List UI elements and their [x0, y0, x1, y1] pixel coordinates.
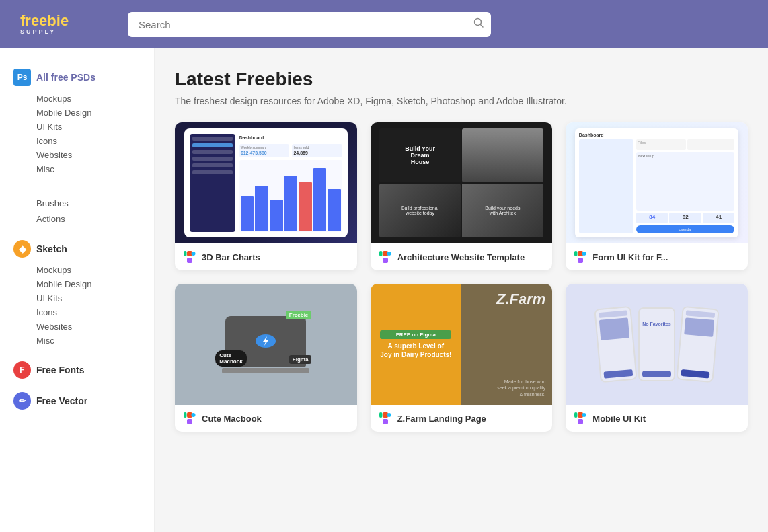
- macbook-base: [222, 368, 309, 373]
- card-architecture[interactable]: Build YourDreamHouse Build professionalw…: [371, 122, 553, 270]
- sidebar-item-websites-sk[interactable]: Websites: [36, 319, 141, 334]
- card-zfarm[interactable]: FREE on Figma A superb Level ofJoy in Da…: [371, 284, 553, 432]
- svg-point-9: [387, 252, 391, 256]
- logo-freebie: freebie: [20, 12, 69, 29]
- figma-icon-formkit: [574, 250, 587, 264]
- sidebar-item-uikits-ps[interactable]: UI Kits: [36, 120, 141, 134]
- svg-rect-12: [574, 251, 578, 256]
- sidebar-section-vector: ✏ Free Vector: [13, 392, 141, 410]
- sidebar-section-sketch: ◆ Sketch Mockups Mobile Design UI Kits I…: [13, 240, 141, 348]
- sidebar-sub-psds: Mockups Mobile Design UI Kits Icons Webs…: [13, 91, 141, 176]
- arch-cell-1: Build YourDreamHouse: [379, 128, 461, 182]
- sidebar-label-fonts: Free Fonts: [36, 365, 85, 375]
- sidebar-divider-ps: [13, 186, 141, 186]
- sidebar-category-psds[interactable]: Ps All free PSDs: [13, 69, 141, 86]
- stat-2: Items sold 24,869: [292, 144, 342, 157]
- sidebar-section-fonts: F Free Fonts: [13, 361, 141, 379]
- svg-point-26: [582, 413, 586, 417]
- sidebar-item-brushes[interactable]: Brushes: [13, 196, 141, 211]
- sidebar-item-misc-sk[interactable]: Misc: [36, 334, 141, 348]
- card-label-macbook: Cute Macbook: [202, 414, 262, 424]
- sidebar-category-sketch[interactable]: ◆ Sketch: [13, 240, 141, 258]
- dash-sidebar: [190, 134, 235, 232]
- page-subtitle: The freshest design resources for Adobe …: [175, 96, 748, 106]
- card-footer-formkit: Form UI Kit for F...: [566, 243, 748, 270]
- card-footer-mobile: Mobile UI Kit: [566, 405, 748, 432]
- sidebar-item-actions[interactable]: Actions: [13, 211, 141, 227]
- figma-badge: Figma: [289, 355, 312, 364]
- svg-line-1: [481, 25, 484, 28]
- sidebar-item-mobile-sk[interactable]: Mobile Design: [36, 277, 141, 291]
- figma-icon-mobile: [574, 412, 587, 425]
- dash-sidebar-item: [192, 163, 233, 167]
- bar-1: [241, 196, 254, 231]
- zfarm-text: FREE on Figma A superb Level ofJoy in Da…: [380, 330, 451, 359]
- fonts-icon: F: [13, 361, 31, 379]
- search-input[interactable]: [128, 12, 491, 37]
- svg-rect-4: [184, 251, 187, 256]
- svg-rect-21: [379, 412, 383, 418]
- dash-sidebar-item: [192, 170, 233, 174]
- svg-point-13: [582, 252, 586, 256]
- freebie-grid: Dashboard Weekly summary $12,473,580 Ite…: [175, 122, 748, 432]
- sidebar-item-misc-ps[interactable]: Misc: [36, 162, 141, 176]
- svg-rect-3: [187, 258, 192, 263]
- sidebar-item-icons-sk[interactable]: Icons: [36, 305, 141, 319]
- dash-sidebar-item: [192, 137, 233, 141]
- svg-point-22: [387, 413, 391, 417]
- header: freebie SUPPLY: [0, 0, 768, 48]
- card-formkit[interactable]: Dashboard Files Next setup 84: [566, 122, 748, 270]
- card-3d-bar-charts[interactable]: Dashboard Weekly summary $12,473,580 Ite…: [175, 122, 357, 270]
- sidebar: Ps All free PSDs Mockups Mobile Design U…: [0, 48, 155, 532]
- sketch-icon: ◆: [13, 240, 31, 258]
- freebie-badge: Freebie: [286, 311, 311, 319]
- dashboard-illustration: Dashboard Weekly summary $12,473,580 Ite…: [184, 128, 348, 237]
- sidebar-item-mockups-ps[interactable]: Mockups: [36, 91, 141, 106]
- bar-2: [255, 186, 268, 231]
- sidebar-section-psds: Ps All free PSDs Mockups Mobile Design U…: [13, 69, 141, 227]
- zfarm-container: FREE on Figma A superb Level ofJoy in Da…: [371, 284, 553, 405]
- logo[interactable]: freebie SUPPLY: [20, 13, 101, 35]
- phone-screen-2: No Favorites: [640, 309, 674, 380]
- ps-icon: Ps: [13, 69, 31, 86]
- logo-supply: SUPPLY: [20, 28, 56, 35]
- main-content: Latest Freebies The freshest design reso…: [155, 48, 768, 532]
- sidebar-label-vector: Free Vector: [36, 395, 87, 406]
- bar-7: [328, 189, 341, 231]
- vector-icon: ✏: [13, 392, 31, 410]
- lightning-icon: [259, 336, 272, 346]
- card-macbook[interactable]: Freebie Figma CuteMacbook Cute Macb: [175, 284, 357, 432]
- svg-rect-25: [574, 412, 578, 418]
- mobile-phones-container: No Favorites: [566, 284, 748, 405]
- cute-badge: CuteMacbook: [215, 350, 247, 367]
- sidebar-item-icons-ps[interactable]: Icons: [36, 134, 141, 148]
- svg-point-5: [192, 252, 196, 256]
- stat-1: Weekly summary $12,473,580: [239, 144, 290, 157]
- card-footer-3dbar: 3D Bar Charts: [175, 243, 357, 270]
- search-button[interactable]: [473, 17, 484, 31]
- dash-sidebar-item-active: [192, 143, 233, 147]
- sidebar-item-mobile-ps[interactable]: Mobile Design: [36, 106, 141, 120]
- figma-icon-arch: [379, 250, 392, 264]
- sidebar-category-vector[interactable]: ✏ Free Vector: [13, 392, 141, 410]
- card-label-formkit: Form UI Kit for F...: [592, 252, 668, 262]
- sidebar-item-websites-ps[interactable]: Websites: [36, 148, 141, 162]
- formkit-illustration: Dashboard Files Next setup 84: [575, 128, 739, 237]
- card-image-formkit: Dashboard Files Next setup 84: [566, 122, 748, 243]
- svg-rect-20: [383, 419, 388, 424]
- arch-grid: Build YourDreamHouse Build professionalw…: [379, 128, 543, 237]
- search-icon: [473, 17, 484, 28]
- card-label-zfarm: Z.Farm Landing Page: [397, 414, 486, 424]
- bar-4: [284, 176, 298, 231]
- bar-5: [299, 182, 312, 231]
- card-mobile[interactable]: No Favorites: [566, 284, 748, 432]
- sidebar-item-uikits-sk[interactable]: UI Kits: [36, 291, 141, 305]
- sidebar-item-mockups-sk[interactable]: Mockups: [36, 263, 141, 277]
- phone-1: [594, 306, 637, 383]
- figma-icon-zfarm: [379, 412, 392, 425]
- card-image-arch: Build YourDreamHouse Build professionalw…: [371, 122, 553, 243]
- sidebar-label-psds: All free PSDs: [36, 72, 95, 83]
- phone-screen-1: [596, 307, 636, 381]
- sidebar-category-fonts[interactable]: F Free Fonts: [13, 361, 141, 379]
- svg-rect-11: [578, 258, 583, 263]
